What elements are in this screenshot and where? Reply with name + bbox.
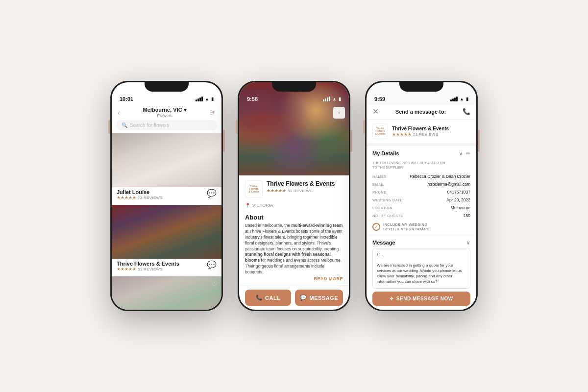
wifi-icon-3: ▲ xyxy=(460,97,464,101)
send-btn-label: SEND MESSAGE NOW xyxy=(396,296,453,301)
filter-icon[interactable]: ⚞ xyxy=(209,109,216,117)
notch-2 xyxy=(272,81,316,92)
p3-recipient: ThriveFlowers& Events Thrive Flowers & E… xyxy=(367,120,476,146)
p3-logo: ThriveFlowers& Events xyxy=(372,123,388,139)
listing-card-2[interactable]: Thrive Flowers & Events ★★★★★ 51 REVIEWS… xyxy=(112,205,221,273)
phone-label: PHONE xyxy=(372,190,386,195)
location-label: LOCATION xyxy=(372,206,392,210)
search-placeholder: Search for flowers xyxy=(130,122,170,128)
battery-icon-1: ▮ xyxy=(211,97,214,101)
signal-icon-2 xyxy=(323,97,330,101)
wifi-icon-2: ▲ xyxy=(332,97,337,101)
p3-page-title: Send a message to: xyxy=(395,109,446,115)
p3-message-section: Message ∨ Hi, We are interested in getti… xyxy=(367,236,476,310)
listing-info-2: Thrive Flowers & Events ★★★★★ 51 REVIEWS xyxy=(112,259,221,273)
location-pin-icon: 📍 xyxy=(245,203,250,208)
p2-biz-info: Thrive Flowers & Events ★★★★★ 51 REVIEWS xyxy=(267,180,343,193)
p2-location-row: 📍 VICTORIA xyxy=(245,203,343,208)
time-1: 10:01 xyxy=(120,96,133,102)
p1-location[interactable]: Melbourne, VIC ▾ xyxy=(143,107,187,113)
edit-icon[interactable]: ✏ xyxy=(466,150,470,157)
p1-category: Flowers xyxy=(143,113,187,118)
message-icon: 💬 xyxy=(300,294,307,301)
p2-biz-name: Thrive Flowers & Events xyxy=(267,180,343,187)
p2-hero-image: 9:58 ▲ ▮ T xyxy=(239,82,349,175)
p1-search-bar[interactable]: 🔍 Search for flowers xyxy=(117,120,217,130)
send-icon: ✈ xyxy=(390,296,394,301)
p3-my-details-section: My Details ∨ ✏ THE FOLLOWING INFO WILL B… xyxy=(367,146,476,234)
chat-icon-1[interactable]: 💬 xyxy=(207,189,217,198)
p3-names-row: NAMES Rebecca Crozier & Dean Crozier xyxy=(367,172,476,180)
send-message-button[interactable]: ✈ SEND MESSAGE NOW xyxy=(372,292,470,306)
p3-location-row: LOCATION Melbourne xyxy=(367,204,476,212)
p3-wedding-date-row: WEDDING DATE Apr 29, 2022 xyxy=(367,196,476,204)
p3-biz-name: Thrive Flowers & Events xyxy=(392,126,449,131)
review-count-2: 51 REVIEWS xyxy=(138,267,163,271)
time-2: 9:58 xyxy=(247,96,258,102)
heart-icon-3[interactable]: ♡ xyxy=(211,280,218,288)
p2-about-text: Based in Melbourne, the multi-award-winn… xyxy=(245,223,343,275)
p3-checkbox-row[interactable]: ✓ INCLUDE MY WEDDING STYLE & VISION BOAR… xyxy=(367,220,476,234)
guests-value: 150 xyxy=(464,213,470,218)
flowerhair-image: ♡ xyxy=(112,276,221,310)
stars-2: ★★★★★ xyxy=(117,267,136,271)
p2-biz-header: ThriveFlowers& Events Thrive Flowers & E… xyxy=(245,180,343,198)
p3-my-details-title: My Details xyxy=(372,150,399,156)
email-label: EMAIL xyxy=(372,182,385,187)
p3-review-count: 51 REVIEWS xyxy=(413,132,438,137)
signal-icon-3 xyxy=(450,97,458,101)
listing-name-2: Thrive Flowers & Events xyxy=(117,261,217,267)
status-icons-1: ▲ ▮ xyxy=(196,97,214,101)
p2-location: VICTORIA xyxy=(252,203,273,208)
checkbox-label: INCLUDE MY WEDDING STYLE & VISION BOARD xyxy=(383,222,430,231)
p3-section-header: My Details ∨ ✏ xyxy=(367,146,476,161)
call-button[interactable]: 📞 CALL xyxy=(245,290,291,306)
names-value: Rebecca Crozier & Dean Crozier xyxy=(410,174,470,179)
listing-info-1: Juliet Louise ★★★★★ 72 REVIEWS xyxy=(112,187,221,202)
p3-message-box[interactable]: Hi, We are interested in getting a quote… xyxy=(372,248,470,289)
wifi-icon-1: ▲ xyxy=(205,97,209,101)
p3-phone-icon[interactable]: 📞 xyxy=(463,108,470,115)
phone-3: 9:59 ▲ ▮ ✕ Send a message to: 📞 xyxy=(365,81,478,311)
p3-email-row: EMAIL rcrozierma@gmail.com xyxy=(367,180,476,188)
wedding-date-label: WEDDING DATE xyxy=(372,198,403,202)
close-button[interactable]: ✕ xyxy=(372,107,379,116)
stars-row-1: ★★★★★ 72 REVIEWS xyxy=(117,195,217,200)
wedding-date-value: Apr 29, 2022 xyxy=(446,197,470,202)
p3-body: My Details ∨ ✏ THE FOLLOWING INFO WILL B… xyxy=(367,146,476,310)
p3-guests-row: NO. OF GUESTS 150 xyxy=(367,212,476,220)
location-value: Melbourne xyxy=(451,205,470,210)
stars-1: ★★★★★ xyxy=(117,195,136,200)
bride-image xyxy=(112,133,221,187)
chat-icon-2[interactable]: 💬 xyxy=(207,260,217,270)
battery-icon-3: ▮ xyxy=(466,97,468,101)
phone-2: 9:58 ▲ ▮ T xyxy=(238,81,350,311)
p1-header: ‹ Melbourne, VIC ▾ Flowers ⚞ xyxy=(112,105,221,120)
phone-value: 0417571037 xyxy=(447,190,470,195)
bridesmaids-image xyxy=(112,205,221,259)
p3-message-header: Message ∨ xyxy=(367,236,476,248)
back-icon[interactable]: ‹ xyxy=(118,108,120,117)
p3-stars-row: ★★★★★ 51 REVIEWS xyxy=(392,132,449,137)
read-more-link[interactable]: READ MORE xyxy=(245,276,343,281)
p2-stars: ★★★★★ xyxy=(267,188,286,193)
phone-1: 10:01 ▲ ▮ ‹ Melbourne, VIC ▾ xyxy=(110,81,223,311)
message-chevron-icon[interactable]: ∨ xyxy=(466,239,470,246)
review-count-1: 72 REVIEWS xyxy=(138,196,163,200)
listing-card-3[interactable]: ♡ xyxy=(112,276,221,310)
search-icon: 🔍 xyxy=(122,122,127,128)
p2-body: ThriveFlowers& Events Thrive Flowers & E… xyxy=(239,175,349,285)
p3-message-title: Message xyxy=(372,240,395,245)
p1-header-center: Melbourne, VIC ▾ Flowers xyxy=(143,107,187,118)
status-icons-2: ▲ ▮ xyxy=(323,97,341,101)
listing-card-1[interactable]: Juliet Louise ★★★★★ 72 REVIEWS 💬 xyxy=(112,133,221,202)
include-style-checkbox[interactable]: ✓ xyxy=(372,223,380,231)
email-value: rcrozierma@gmail.com xyxy=(427,182,470,187)
p3-biz-info: Thrive Flowers & Events ★★★★★ 51 REVIEWS xyxy=(392,126,449,137)
p3-phone-row: PHONE 0417571037 xyxy=(367,188,476,196)
p2-stars-row: ★★★★★ 51 REVIEWS xyxy=(267,188,343,193)
phones-container: 10:01 ▲ ▮ ‹ Melbourne, VIC ▾ xyxy=(110,81,478,311)
message-button[interactable]: 💬 MESSAGE xyxy=(295,290,343,306)
status-icons-3: ▲ ▮ xyxy=(450,97,468,101)
chevron-down-icon[interactable]: ∨ xyxy=(459,150,463,157)
